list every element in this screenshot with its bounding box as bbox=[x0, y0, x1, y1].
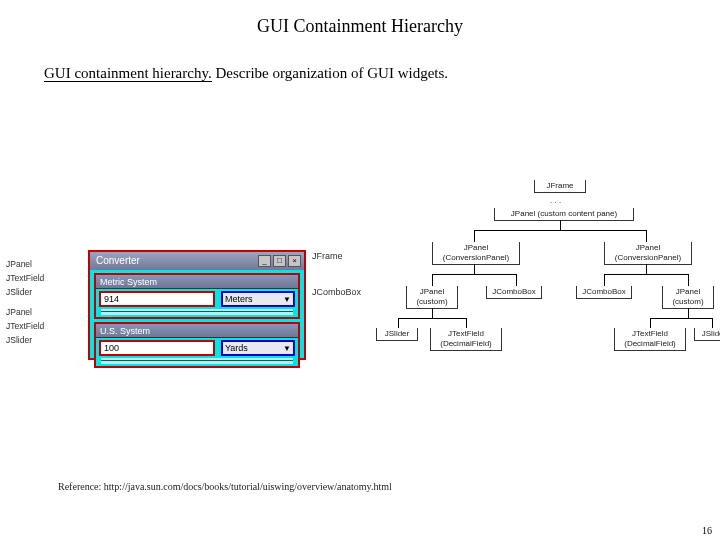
converter-window: Converter _ □ × Metric System 914 Meters… bbox=[88, 250, 306, 360]
metric-unit-label: Meters bbox=[225, 294, 253, 304]
node-contentpane: JPanel (custom content pane) bbox=[494, 208, 634, 221]
label-jslider-1: JSlider bbox=[6, 286, 84, 298]
node-combo-l: JComboBox bbox=[486, 286, 542, 299]
node-jframe: JFrame bbox=[534, 180, 586, 193]
hierarchy-tree: JFrame . . . JPanel (custom content pane… bbox=[404, 180, 716, 400]
node-convpanel-r: JPanel (ConversionPanel) bbox=[604, 242, 692, 265]
converter-title: Converter bbox=[96, 252, 140, 270]
metric-unit-combo: Meters ▼ bbox=[221, 291, 295, 307]
panel-us: U.S. System 100 Yards ▼ bbox=[94, 322, 300, 368]
reference-text: Reference: http://java.sun.com/docs/book… bbox=[58, 481, 392, 492]
label-jframe: JFrame bbox=[312, 250, 361, 262]
us-unit-combo: Yards ▼ bbox=[221, 340, 295, 356]
node-custpanel-r: JPanel (custom) bbox=[662, 286, 714, 309]
page-number: 16 bbox=[702, 525, 712, 536]
tree-ellipsis: . . . bbox=[550, 196, 561, 206]
metric-value-field: 914 bbox=[99, 291, 215, 307]
left-labels: JPanel JTextField JSlider JPanel JTextFi… bbox=[6, 258, 84, 354]
node-jslider-l: JSlider bbox=[376, 328, 418, 341]
right-labels: JFrame JComboBox bbox=[312, 250, 361, 322]
node-decfield-r: JTextField (DecimalField) bbox=[614, 328, 686, 351]
node-combo-r: JComboBox bbox=[576, 286, 632, 299]
minimize-icon: _ bbox=[258, 255, 271, 267]
chevron-down-icon: ▼ bbox=[283, 344, 291, 353]
panel-metric: Metric System 914 Meters ▼ bbox=[94, 273, 300, 319]
panel-metric-header: Metric System bbox=[96, 275, 298, 289]
subtitle: GUI containment hierarchy. Describe orga… bbox=[0, 37, 720, 82]
subtitle-lead: GUI containment hierarchy. bbox=[44, 65, 212, 82]
node-jslider-r: JSlider bbox=[694, 328, 720, 341]
label-jpanel-1: JPanel bbox=[6, 258, 84, 270]
subtitle-rest: Describe organization of GUI widgets. bbox=[212, 65, 448, 81]
node-convpanel-l: JPanel (ConversionPanel) bbox=[432, 242, 520, 265]
converter-titlebar: Converter _ □ × bbox=[90, 252, 304, 270]
label-jcombobox: JComboBox bbox=[312, 286, 361, 298]
diagram-area: JPanel JTextField JSlider JPanel JTextFi… bbox=[4, 180, 716, 400]
us-value-field: 100 bbox=[99, 340, 215, 356]
us-unit-label: Yards bbox=[225, 343, 248, 353]
close-icon: × bbox=[288, 255, 301, 267]
metric-slider bbox=[101, 309, 293, 315]
panel-us-header: U.S. System bbox=[96, 324, 298, 338]
node-decfield-l: JTextField (DecimalField) bbox=[430, 328, 502, 351]
label-jslider-2: JSlider bbox=[6, 334, 84, 346]
chevron-down-icon: ▼ bbox=[283, 295, 291, 304]
node-custpanel-l: JPanel (custom) bbox=[406, 286, 458, 309]
us-slider bbox=[101, 358, 293, 364]
page-title: GUI Containment Hierarchy bbox=[0, 0, 720, 37]
label-jpanel-2: JPanel bbox=[6, 306, 84, 318]
label-jtextfield-2: JTextField bbox=[6, 320, 84, 332]
label-jtextfield-1: JTextField bbox=[6, 272, 84, 284]
maximize-icon: □ bbox=[273, 255, 286, 267]
